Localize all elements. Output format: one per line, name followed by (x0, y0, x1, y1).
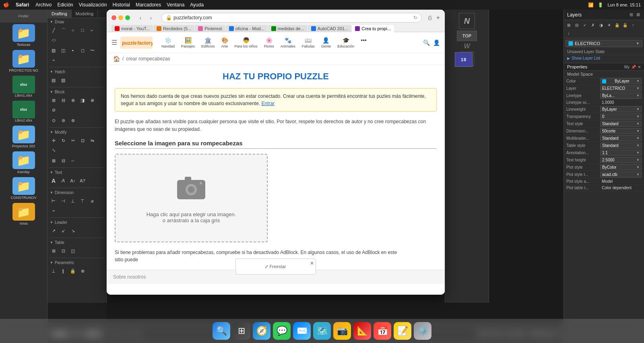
dock-settings[interactable]: ⚙️ (414, 322, 431, 340)
entrar-link[interactable]: Entrar (262, 101, 275, 106)
leader2[interactable]: ↙ (59, 226, 68, 235)
layer-dropdown[interactable]: ELECTRICO ▼ (566, 40, 642, 47)
text2[interactable]: A (59, 176, 68, 185)
address-bar[interactable]: 🔒 puzzlefactory.com ↻ (161, 13, 422, 23)
dim5[interactable]: ⌀ (88, 196, 97, 205)
cat-paisajes[interactable]: 🖼️ Paisajes (179, 36, 197, 49)
dock-messages[interactable]: 💬 (273, 322, 291, 340)
layer-tool-10[interactable]: ↓ (565, 29, 572, 37)
folder-libro1[interactable]: xlsx Libro1.xlsx (0, 74, 47, 99)
new-tab-button[interactable]: + (436, 14, 440, 21)
cat-flores[interactable]: 🌸 Flores (262, 36, 277, 49)
param2[interactable]: ∥ (59, 267, 68, 275)
home-icon[interactable]: 🏠 (113, 56, 120, 62)
block8[interactable]: ⊚ (59, 116, 68, 125)
dock-safari[interactable]: 🧭 (253, 322, 270, 340)
add-button[interactable]: + (416, 39, 420, 46)
prop-value-linetype[interactable]: ByLa... ▼ (600, 93, 642, 99)
stretch-tool[interactable]: ↔ (68, 156, 77, 165)
region-tool[interactable]: ◫ (59, 46, 68, 55)
menu-archivo[interactable]: Archivo (35, 2, 52, 8)
extra-tool[interactable]: ⌁ (49, 56, 58, 64)
layer-tool-4[interactable]: ✗ (589, 21, 597, 29)
leader-header[interactable]: ▼Leader (47, 219, 106, 225)
dim-header[interactable]: ▼Dimension (47, 190, 106, 196)
explode-tool[interactable]: ⊠ (49, 156, 58, 165)
polyline-tool[interactable]: ⌐ (88, 26, 97, 35)
menu-marcadores[interactable]: Marcadores (136, 2, 161, 8)
dock-notes[interactable]: 📝 (394, 322, 411, 340)
table3[interactable]: ◫ (68, 246, 77, 255)
folder-nova[interactable]: 📁 nova (0, 201, 47, 227)
folder-proyectos-no[interactable]: 📁 PROYECTOS NO (0, 48, 47, 74)
props-icon-1[interactable]: My (624, 65, 630, 69)
back-button[interactable]: ‹ (136, 14, 144, 22)
layer-tool-2[interactable]: ⊟ (573, 21, 580, 29)
props-close-icon[interactable]: ✕ (638, 65, 641, 69)
array-tool[interactable]: ⊟ (59, 156, 68, 165)
tab-modeling[interactable]: Modeling (72, 10, 98, 18)
cat-navidad[interactable]: ❄️ Navidad (159, 36, 177, 49)
param1[interactable]: ⊥ (49, 267, 58, 275)
text1[interactable]: A (49, 176, 58, 185)
copy-tool[interactable]: ⊡ (78, 136, 87, 145)
layer-tool-3[interactable]: ✓ (581, 21, 588, 29)
ad-close-button[interactable]: ✕ (310, 260, 314, 266)
tab-drafting[interactable]: Drafting (47, 10, 72, 18)
folder-karolay[interactable]: 📁 Karolay (0, 150, 47, 176)
param-header[interactable]: ▼Parametric (47, 260, 106, 266)
block2[interactable]: ⊟ (59, 96, 68, 105)
prop-value-dimension[interactable]: 50corte ▼ (600, 128, 642, 134)
prop-value-multileader[interactable]: Standard ▼ (600, 135, 642, 141)
search-button[interactable]: 🔍 (423, 39, 430, 46)
rect-tool[interactable]: □ (78, 26, 87, 35)
layers-expand-icon[interactable]: ⊞ (629, 11, 634, 18)
dim1[interactable]: ⊢ (49, 196, 58, 205)
cat-edificios[interactable]: 🏛️ Edificios (199, 36, 217, 49)
prop-value-ltscale[interactable]: 1.0000 (600, 100, 642, 105)
breadcrumb-item[interactable]: crear rompecabezas (126, 56, 170, 62)
text-header[interactable]: ▼Text (47, 169, 106, 176)
draw-header[interactable]: ▼Draw (47, 19, 106, 25)
show-layer-list[interactable]: ▶ Show Layer List (564, 55, 644, 61)
move-tool[interactable]: ✛ (49, 136, 58, 145)
menu-ventana[interactable]: Ventana (167, 2, 184, 8)
tab-puzzle[interactable]: Crea tu propi... (352, 25, 394, 32)
menu-visualizacion[interactable]: Visualización (79, 2, 107, 8)
line-tool[interactable]: ╱ (49, 26, 58, 35)
dock-launchpad[interactable]: ⊞ (233, 322, 250, 340)
prop-value-annotation[interactable]: 1:1 ▼ (600, 150, 642, 156)
image-upload-area[interactable]: Haga clic aquí para elegir una imagen. o… (115, 154, 268, 242)
block3[interactable]: ⊕ (68, 96, 77, 105)
cat-gente[interactable]: 👤 Gente (319, 36, 334, 49)
prop-value-textheight[interactable]: 2.5000 ▼ (600, 157, 642, 163)
prop-value-lineweight[interactable]: ByLayer ▼ (600, 106, 642, 112)
block1[interactable]: ⊞ (49, 96, 58, 105)
arc-tool[interactable]: ⌒ (59, 26, 68, 35)
block9[interactable]: ⊛ (68, 116, 77, 125)
cat-educacion[interactable]: 🎓 Educación (335, 36, 357, 49)
tab-medidas[interactable]: medidas de... (268, 25, 308, 32)
dim6[interactable]: ⌁ (49, 206, 58, 215)
tab-recibidos[interactable]: Recibidos (5... (153, 25, 194, 32)
table-header[interactable]: ▼Table (47, 240, 106, 246)
tab-autocad[interactable]: AutoCAD 201... (308, 25, 351, 32)
close-button[interactable] (111, 15, 116, 20)
hatch1[interactable]: ▤ (49, 76, 58, 85)
table1[interactable]: ⊞ (49, 246, 58, 255)
menu-edicion[interactable]: Edición (57, 2, 73, 8)
layer-tool-5[interactable]: ◑ (597, 21, 605, 29)
modify-header[interactable]: ▼Modify (47, 129, 106, 135)
maximize-button[interactable] (125, 15, 130, 20)
menu-historial[interactable]: Historial (113, 2, 130, 8)
param4[interactable]: ⊗ (78, 267, 87, 275)
prop-value-plotstyle-t[interactable]: acad.ctb ▼ (600, 172, 642, 178)
cat-more[interactable]: ••• (358, 36, 369, 49)
layers-collapse-icon[interactable]: ⊠ (636, 11, 641, 18)
dim2[interactable]: ⊣ (59, 196, 68, 205)
folder-proyectos-202[interactable]: 📁 Proyectos 202 (0, 124, 47, 150)
mirror-tool[interactable]: ⇋ (88, 136, 97, 145)
folder-texturas[interactable]: 📁 Texturas (0, 23, 47, 48)
ellipse-tool[interactable]: ⬭ (49, 35, 58, 44)
trim-tool[interactable]: ✂ (68, 136, 77, 145)
